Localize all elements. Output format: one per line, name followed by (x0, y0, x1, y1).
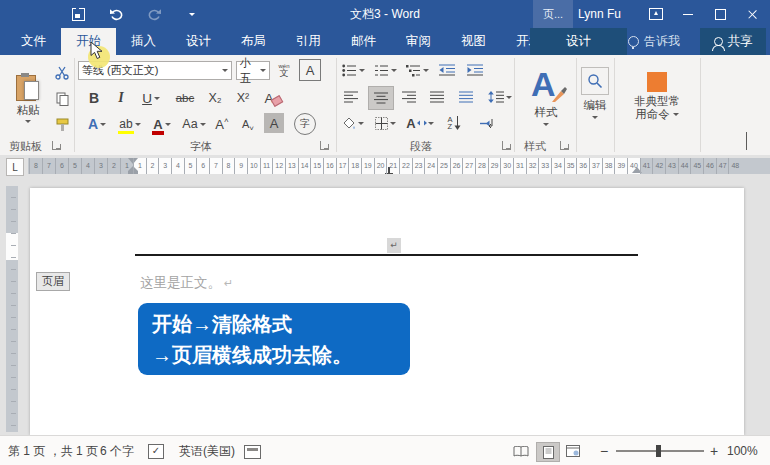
character-border-button[interactable]: A (299, 59, 321, 81)
ribbon-display-options-icon[interactable] (640, 0, 672, 28)
align-center-button[interactable] (368, 86, 394, 110)
asian-layout-button[interactable]: A (404, 112, 436, 134)
bold-button[interactable]: B (84, 87, 104, 109)
word-count[interactable]: 6 个字 (100, 436, 134, 465)
page-info[interactable]: 第 1 页 ，共 1 页 (8, 436, 98, 465)
multilevel-list-button[interactable] (404, 60, 430, 80)
zoom-in-button[interactable]: + (710, 436, 718, 465)
minimize-icon[interactable] (672, 0, 704, 28)
ruler-number: 24 (424, 158, 437, 174)
paragraph-dialog-launcher[interactable] (502, 141, 511, 150)
ruler-number: 5 (184, 158, 197, 174)
underline-button[interactable]: U (138, 87, 164, 109)
ribbon-tab-5[interactable]: 邮件 (336, 28, 391, 55)
close-icon[interactable] (736, 0, 768, 28)
tell-me[interactable]: 告诉我 (628, 28, 680, 55)
maximize-icon[interactable] (704, 0, 736, 28)
ruler-number: 8 (29, 158, 42, 174)
cut-button[interactable] (52, 64, 72, 82)
grow-font-button[interactable]: A˄ (212, 113, 232, 135)
magnifier-icon (587, 73, 603, 89)
enclose-characters-button[interactable]: 字 (294, 113, 316, 135)
italic-button[interactable]: I (112, 87, 130, 109)
font-dialog-launcher[interactable] (320, 141, 329, 150)
font-size-combo[interactable]: 小五 (236, 61, 270, 80)
read-mode-view-icon[interactable] (510, 442, 532, 460)
superscript-button[interactable]: X² (232, 87, 254, 109)
zoom-slider-thumb[interactable] (656, 445, 661, 457)
ruler-number: 21 (386, 158, 399, 174)
borders-button[interactable] (372, 112, 398, 134)
strikethrough-button[interactable]: abc (172, 87, 198, 109)
character-shading-button[interactable]: A (264, 113, 284, 133)
ruler-number: 23 (412, 158, 425, 174)
vertical-ruler[interactable] (6, 186, 18, 432)
decrease-indent-button[interactable] (436, 60, 458, 80)
ruler-number: 31 (513, 158, 526, 174)
change-case-button[interactable]: Aa (180, 113, 208, 135)
ribbon-tab-7[interactable]: 视图 (446, 28, 501, 55)
font-group-label: 字体 (190, 139, 212, 154)
share-button[interactable]: 共享 (700, 28, 766, 55)
ruler-number: 13 (285, 158, 298, 174)
tab-file[interactable]: 文件 (6, 28, 61, 55)
selected-paragraph-mark[interactable]: ↵ (387, 238, 401, 253)
ruler-number: 47 (716, 158, 729, 174)
show-marks-button[interactable] (476, 112, 500, 134)
ruler-number: 16 (323, 158, 336, 174)
print-layout-view-icon[interactable] (536, 442, 560, 462)
phonetic-guide-button[interactable]: wén 文 (273, 59, 295, 81)
zoom-out-button[interactable]: − (600, 436, 608, 465)
align-left-button[interactable] (340, 86, 362, 108)
ribbon-tab-1[interactable]: 插入 (116, 28, 171, 55)
tab-headerfooter-design[interactable]: 设计 (530, 28, 627, 55)
shrink-font-button[interactable]: A˅ (238, 113, 258, 135)
text-highlight-button[interactable]: ab (116, 113, 144, 135)
numbering-button[interactable] (372, 60, 398, 80)
user-name[interactable]: Lynn Fu (578, 0, 621, 28)
styles-dialog-launcher[interactable] (560, 141, 569, 150)
ruler-number: 1 (133, 158, 146, 174)
ribbon-tab-2[interactable]: 设计 (171, 28, 226, 55)
subscript-button[interactable]: X₂ (204, 87, 226, 109)
ruler-number: 41 (640, 158, 653, 174)
ribbon-tab-3[interactable]: 布局 (226, 28, 281, 55)
clear-formatting-button[interactable]: A (260, 87, 286, 109)
shading-button[interactable] (340, 112, 366, 134)
font-color-button[interactable]: A (150, 113, 174, 135)
distributed-button[interactable] (454, 86, 478, 108)
collapse-ribbon-button[interactable] (746, 133, 747, 151)
ruler-number: 6 (55, 158, 68, 174)
ribbon-tab-4[interactable]: 引用 (281, 28, 336, 55)
macro-record-icon[interactable] (244, 445, 261, 459)
decrease-indent-icon (439, 64, 455, 76)
proofing-check-icon[interactable]: ✓ (148, 444, 164, 459)
clipboard-dialog-launcher[interactable] (52, 141, 61, 150)
line-spacing-button[interactable] (486, 86, 514, 108)
text-effects-button[interactable]: A (84, 113, 110, 135)
language-status[interactable]: 英语(美国) (179, 436, 235, 465)
ruler-number: 3 (94, 158, 107, 174)
copy-button[interactable] (52, 90, 72, 108)
justify-button[interactable] (426, 86, 448, 108)
ruler-number: 22 (399, 158, 412, 174)
zoom-level[interactable]: 100% (727, 436, 758, 465)
paragraph-group-label: 段落 (410, 139, 432, 154)
horizontal-ruler[interactable]: 1234567891011121314151617181920212223242… (28, 158, 770, 174)
styles-button[interactable]: A 样式 (520, 59, 572, 131)
bullets-button[interactable] (340, 60, 366, 80)
styles-group-label: 样式 (524, 139, 546, 154)
increase-indent-button[interactable] (464, 60, 486, 80)
body-text[interactable]: 这里是正文。↵ (140, 274, 233, 292)
paste-button[interactable]: 粘贴 (8, 60, 48, 136)
sort-button[interactable]: A Z (442, 112, 466, 134)
custom-commands-button[interactable]: 非典型常 用命令 (618, 61, 696, 131)
align-right-button[interactable] (398, 86, 420, 108)
format-painter-button[interactable] (52, 116, 72, 134)
web-layout-view-icon[interactable] (562, 442, 584, 460)
ruler-number: 4 (81, 158, 94, 174)
ribbon-tab-6[interactable]: 审阅 (391, 28, 446, 55)
editing-button[interactable]: 编辑 (580, 61, 610, 125)
tab-selector[interactable]: L (6, 158, 24, 176)
line-spacing-icon (488, 91, 504, 103)
